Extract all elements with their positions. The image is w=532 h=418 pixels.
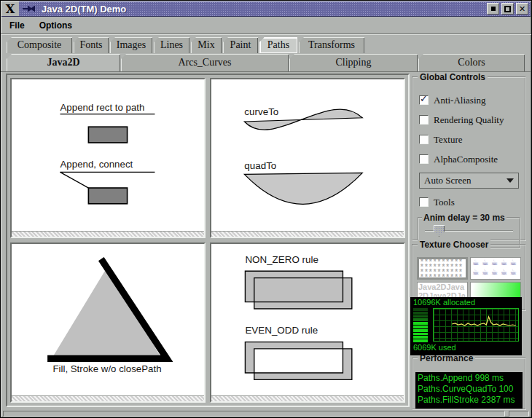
tools-row: ✓ Tools bbox=[419, 196, 525, 208]
curveto-label: curveTo bbox=[244, 106, 278, 117]
minimize-icon bbox=[491, 7, 496, 11]
tab-paint[interactable]: Paint bbox=[223, 37, 258, 53]
heap-meter bbox=[413, 308, 428, 343]
titlebar[interactable]: X Java 2D(TM) Demo ✕ bbox=[1, 1, 531, 17]
tab-clipping[interactable]: Clipping bbox=[289, 54, 418, 71]
sidebar: Global Controls ✓ Anti-Aliasing ✓ Render… bbox=[410, 74, 530, 407]
rendering-quality-row: ✓ Rendering Quality bbox=[419, 114, 525, 126]
stars-pattern: ****************************************… bbox=[419, 259, 466, 280]
window-pin-icon bbox=[23, 6, 35, 12]
tools-label: Tools bbox=[434, 197, 455, 208]
demo-curvequadto-panel[interactable]: curveTo quadTo bbox=[210, 78, 405, 238]
tab-transforms[interactable]: Transforms bbox=[299, 37, 364, 53]
winding-drawing: NON_ZERO rule EVEN_ODD rule bbox=[211, 244, 404, 395]
chevron-down-icon bbox=[506, 178, 514, 183]
antialiasing-checkbox[interactable]: ✓ bbox=[419, 95, 429, 105]
x11-logo-icon[interactable]: X bbox=[1, 1, 19, 16]
demo-append-panel[interactable]: Append rect to path Append, connect bbox=[10, 78, 206, 238]
performance-line: Paths.Append 998 ms bbox=[418, 373, 520, 384]
close-icon: ✕ bbox=[519, 5, 525, 13]
texture-swatch-stars[interactable]: ****************************************… bbox=[417, 257, 468, 280]
anim-delay-slider[interactable] bbox=[425, 230, 513, 232]
screen-combobox[interactable]: Auto Screen bbox=[419, 173, 519, 189]
menubar: File Options bbox=[1, 17, 531, 34]
tab-images[interactable]: Images bbox=[110, 37, 152, 53]
demo-toolbar-strip bbox=[12, 395, 204, 401]
maximize-icon bbox=[504, 6, 511, 12]
memory-usage-graph bbox=[433, 308, 519, 342]
tab-composite[interactable]: Composite bbox=[7, 37, 72, 53]
memory-graph-line bbox=[434, 309, 518, 341]
window-title: Java 2D(TM) Demo bbox=[42, 4, 126, 15]
performance-line: Paths.CurveQuadTo 100 bbox=[418, 384, 520, 395]
check-icon: ✓ bbox=[420, 93, 428, 104]
fillstroke-caption: Fill, Stroke w/o closePath bbox=[52, 363, 161, 374]
rendering-quality-checkbox[interactable]: ✓ bbox=[419, 115, 429, 125]
texture-row: ✓ Texture bbox=[419, 133, 525, 146]
demo-toolbar-strip bbox=[211, 231, 404, 237]
demo-windingrule-panel[interactable]: NON_ZERO rule EVEN_ODD rule bbox=[210, 242, 405, 403]
global-controls-title: Global Controls bbox=[418, 72, 488, 82]
tab-lines[interactable]: Lines bbox=[154, 37, 189, 53]
demo-toolbar-strip bbox=[12, 231, 204, 237]
anim-delay-title: Anim delay = 30 ms bbox=[422, 213, 506, 223]
quadto-label: quadTo bbox=[244, 160, 276, 171]
texture-label: Texture bbox=[434, 134, 463, 146]
append-drawing: Append rect to path Append, connect bbox=[12, 79, 204, 230]
performance-group: Performance Paths.Append 998 ms Paths.Cu… bbox=[412, 358, 526, 410]
fillstroke-drawing: Fill, Stroke w/o closePath bbox=[12, 244, 204, 395]
texture-checkbox[interactable]: ✓ bbox=[419, 135, 429, 144]
curves-drawing: curveTo quadTo bbox=[211, 79, 404, 230]
close-button[interactable]: ✕ bbox=[516, 3, 528, 15]
demo-sub-tabs: Java2D Arcs_Curves Clipping Colors bbox=[1, 53, 531, 72]
append-rect-label: Append rect to path bbox=[60, 102, 145, 113]
status-cell bbox=[3, 411, 505, 417]
tab-colors[interactable]: Colors bbox=[418, 54, 525, 71]
tab-mix[interactable]: Mix bbox=[191, 37, 222, 53]
content-area: Append rect to path Append, connect curv… bbox=[1, 72, 531, 409]
slider-thumb[interactable] bbox=[434, 225, 445, 237]
rendering-quality-label: Rendering Quality bbox=[434, 114, 504, 126]
memory-allocated-label: 10696K allocated bbox=[413, 298, 519, 307]
app-window: X Java 2D(TM) Demo ✕ File Options Compos… bbox=[0, 0, 532, 418]
performance-log: Paths.Append 998 ms Paths.CurveQuadTo 10… bbox=[415, 372, 523, 409]
tab-fonts[interactable]: Fonts bbox=[74, 37, 109, 53]
antialiasing-label: Anti-Aliasing bbox=[434, 95, 486, 106]
alphacomposite-row: ✓ AlphaComposite bbox=[419, 153, 525, 165]
demo-group-tabs: Composite Fonts Images Lines Mix Paint P… bbox=[1, 34, 531, 53]
memory-used-label: 6069K used bbox=[413, 343, 519, 352]
minimize-button[interactable] bbox=[487, 3, 499, 15]
coffee-cup-pattern: ☕☕☕☕☕☕☕☕☕☕☕☕ bbox=[471, 258, 520, 280]
maximize-button[interactable] bbox=[501, 3, 514, 15]
demo-fillstroke-panel[interactable]: Fill, Stroke w/o closePath bbox=[10, 242, 206, 403]
alphacomposite-label: AlphaComposite bbox=[434, 154, 498, 165]
nonzero-label: NON_ZERO rule bbox=[245, 254, 318, 265]
texture-swatch-cups[interactable]: ☕☕☕☕☕☕☕☕☕☕☕☕ bbox=[470, 257, 521, 280]
memory-monitor[interactable]: 10696K allocated 6069K used bbox=[410, 297, 522, 355]
texture-chooser-title: Texture Chooser bbox=[418, 240, 490, 250]
demo-grid: Append rect to path Append, connect curv… bbox=[6, 74, 410, 407]
antialiasing-row: ✓ Anti-Aliasing bbox=[419, 94, 525, 106]
demo-toolbar-strip bbox=[211, 395, 404, 401]
global-controls-group: Global Controls ✓ Anti-Aliasing ✓ Render… bbox=[412, 76, 526, 241]
screen-combobox-value: Auto Screen bbox=[424, 175, 506, 186]
tab-java2d[interactable]: Java2D bbox=[7, 54, 120, 71]
performance-line: Paths.FillStroke 2387 ms bbox=[418, 395, 520, 406]
tab-arcs-curves[interactable]: Arcs_Curves bbox=[121, 54, 289, 71]
alphacomposite-checkbox[interactable]: ✓ bbox=[419, 154, 429, 164]
menu-options[interactable]: Options bbox=[38, 19, 74, 32]
tools-checkbox[interactable]: ✓ bbox=[419, 197, 429, 207]
resize-grip[interactable] bbox=[509, 411, 529, 417]
append-connect-label: Append, connect bbox=[60, 159, 133, 170]
evenodd-label: EVEN_ODD rule bbox=[245, 325, 318, 336]
menu-file[interactable]: File bbox=[8, 19, 26, 32]
tab-paths[interactable]: Paths bbox=[259, 37, 297, 53]
